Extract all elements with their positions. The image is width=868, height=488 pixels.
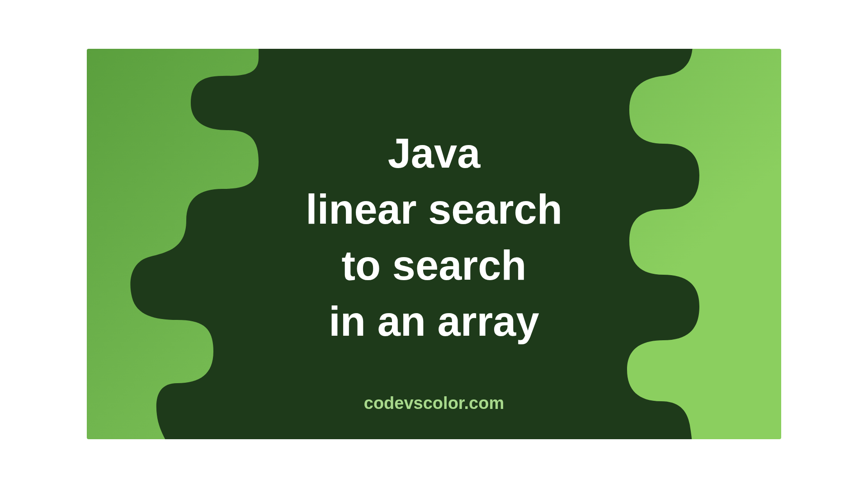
title-line-4: in an array <box>306 293 562 349</box>
footer-url: codevscolor.com <box>87 394 781 413</box>
title-line-3: to search <box>306 237 562 293</box>
title-text: Java linear search to search in an array <box>306 125 562 350</box>
tutorial-card: Java linear search to search in an array… <box>87 49 781 439</box>
title-line-1: Java <box>306 125 562 181</box>
content-area: Java linear search to search in an array <box>87 49 781 439</box>
title-line-2: linear search <box>306 181 562 237</box>
